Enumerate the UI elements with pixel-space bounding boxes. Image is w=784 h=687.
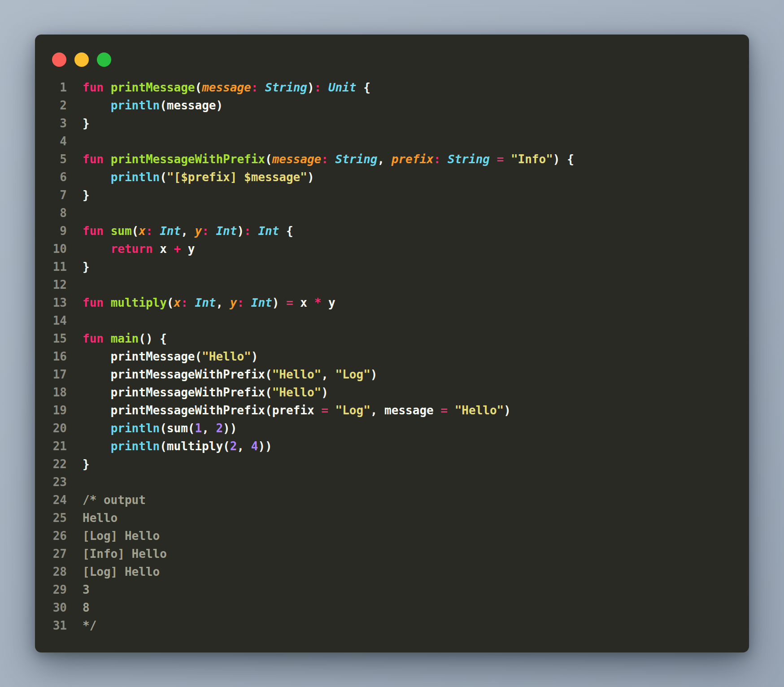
line-number: 20 — [35, 419, 67, 437]
code-line-content: /* output — [83, 491, 146, 509]
line-number: 24 — [35, 491, 67, 509]
token-plain: } — [83, 457, 90, 471]
token-type: Int — [216, 224, 237, 238]
token-string: "Hello" — [202, 350, 251, 363]
token-plain: printMessageWithPrefix( — [83, 368, 272, 381]
token-plain: x — [153, 242, 174, 256]
token-comment: 8 — [83, 601, 90, 614]
token-comment: Hello — [83, 511, 118, 525]
token-plain: ) — [370, 368, 378, 381]
token-plain: ) — [307, 81, 314, 94]
line-number: 29 — [35, 581, 67, 599]
code-line: 28[Log] Hello — [35, 563, 749, 581]
code-line: 24/* output — [35, 491, 749, 509]
token-operator: = — [286, 296, 293, 309]
token-plain — [188, 296, 195, 309]
close-button[interactable] — [52, 52, 66, 67]
token-plain: printMessageWithPrefix( — [83, 386, 272, 399]
token-plain: , — [202, 422, 216, 435]
token-plain: ( — [195, 81, 202, 94]
token-type: String — [335, 152, 378, 166]
token-function: sum — [111, 224, 132, 238]
token-plain — [153, 224, 160, 238]
line-number: 2 — [35, 96, 67, 114]
line-number: 11 — [35, 258, 67, 276]
code-line-content: return x + y — [83, 240, 195, 258]
code-line-content: fun sum(x: Int, y: Int): Int { — [83, 222, 293, 240]
token-builtin: println — [111, 170, 160, 184]
token-builtin: println — [111, 99, 160, 112]
token-plain: , — [237, 439, 251, 453]
token-type: Int — [251, 296, 272, 309]
code-line-content: Hello — [83, 509, 118, 527]
token-keyword: fun — [83, 224, 104, 238]
token-plain — [209, 224, 216, 238]
token-string: "Log" — [335, 368, 370, 381]
token-function: main — [111, 332, 139, 345]
token-param: y — [195, 224, 202, 238]
code-line: 26[Log] Hello — [35, 527, 749, 545]
token-function: printMessage — [111, 81, 195, 94]
token-plain: ) — [251, 350, 258, 363]
token-plain: } — [83, 117, 90, 130]
code-line: 7} — [35, 186, 749, 204]
token-operator: = — [497, 152, 504, 166]
code-line: 14 — [35, 312, 749, 330]
line-number: 15 — [35, 330, 67, 348]
token-plain — [258, 81, 265, 94]
token-plain — [83, 439, 111, 453]
token-plain — [83, 99, 111, 112]
token-plain: y — [181, 242, 195, 256]
token-operator: : — [244, 224, 251, 238]
token-plain: , message — [370, 404, 441, 417]
code-line: 6 println("[$prefix] $message") — [35, 168, 749, 186]
token-keyword: fun — [83, 81, 104, 94]
token-plain: ( — [167, 296, 174, 309]
token-operator: : — [314, 81, 322, 94]
token-plain: ( — [265, 152, 272, 166]
line-number: 4 — [35, 132, 67, 150]
code-line: 19 printMessageWithPrefix(prefix = "Log"… — [35, 401, 749, 419]
code-line: 15fun main() { — [35, 330, 749, 348]
token-plain: x — [293, 296, 314, 309]
token-comment: [Log] Hello — [83, 565, 160, 578]
token-plain — [490, 152, 497, 166]
line-number: 28 — [35, 563, 67, 581]
code-line: 8 — [35, 204, 749, 222]
token-comment: 3 — [83, 583, 90, 596]
maximize-button[interactable] — [97, 52, 111, 67]
code-line-content: fun multiply(x: Int, y: Int) = x * y — [83, 294, 335, 312]
token-string: "Hello" — [272, 368, 322, 381]
token-number: 1 — [195, 422, 202, 435]
token-type: String — [448, 152, 490, 166]
token-plain — [504, 152, 511, 166]
code-line: 5fun printMessageWithPrefix(message: Str… — [35, 150, 749, 168]
token-param: y — [230, 296, 237, 309]
code-line: 1fun printMessage(message: String): Unit… — [35, 78, 749, 96]
token-plain: } — [83, 260, 90, 274]
token-plain: (sum( — [160, 422, 195, 435]
token-plain — [328, 404, 335, 417]
code-line: 11} — [35, 258, 749, 276]
token-plain: y — [321, 296, 335, 309]
token-operator: : — [434, 152, 441, 166]
token-plain: ( — [160, 170, 167, 184]
code-line: 4 — [35, 132, 749, 150]
token-plain — [83, 242, 111, 256]
token-plain: )) — [223, 422, 237, 435]
minimize-button[interactable] — [74, 52, 89, 67]
line-number: 10 — [35, 240, 67, 258]
token-builtin: println — [111, 439, 160, 453]
token-plain: , — [377, 152, 391, 166]
code-line-content: printMessageWithPrefix(prefix = "Log", m… — [83, 401, 511, 419]
code-line: 12 — [35, 276, 749, 294]
token-plain — [448, 404, 455, 417]
line-number: 23 — [35, 473, 67, 491]
token-operator: : — [146, 224, 153, 238]
code-editor-window: 1fun printMessage(message: String): Unit… — [35, 35, 749, 652]
token-plain: ) — [504, 404, 511, 417]
token-plain: ) — [237, 224, 244, 238]
line-number: 12 — [35, 276, 67, 294]
token-number: 4 — [251, 439, 258, 453]
token-string: "Hello" — [455, 404, 504, 417]
